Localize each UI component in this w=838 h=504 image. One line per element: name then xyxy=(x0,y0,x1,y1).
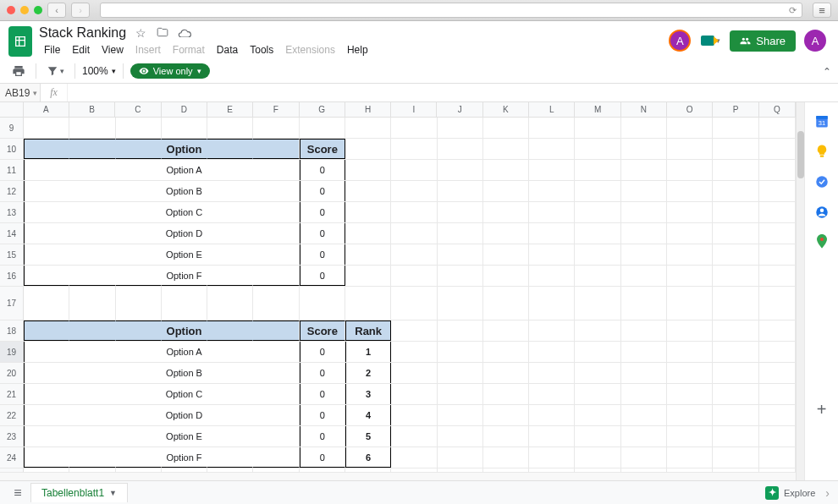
browser-menu-button[interactable]: ≡ xyxy=(813,3,831,18)
cell-E10[interactable] xyxy=(207,139,253,159)
cell-L13[interactable] xyxy=(529,202,575,222)
cell-N20[interactable] xyxy=(621,363,667,383)
cell-Q21[interactable] xyxy=(759,384,796,404)
cell-O11[interactable] xyxy=(667,160,713,180)
collapse-toolbar-icon[interactable]: ⌄ xyxy=(823,65,831,77)
row-header-13[interactable]: 13 xyxy=(0,202,24,222)
cell-G20[interactable]: 0 xyxy=(300,363,345,383)
cell-G19[interactable]: 0 xyxy=(300,342,345,362)
cell-K15[interactable] xyxy=(483,244,529,265)
cell-C10[interactable] xyxy=(116,139,162,159)
cell-B12[interactable] xyxy=(69,181,115,201)
cell-P23[interactable] xyxy=(713,426,758,446)
row-header-22[interactable]: 22 xyxy=(0,405,24,425)
row-header-11[interactable]: 11 xyxy=(0,160,24,180)
minimize-window-icon[interactable] xyxy=(20,6,29,14)
cell-J22[interactable] xyxy=(438,405,483,425)
cell-D23[interactable]: Option E xyxy=(162,426,207,446)
cell-F25[interactable] xyxy=(253,468,299,472)
cell-H23[interactable]: 5 xyxy=(345,426,391,446)
cell-F19[interactable] xyxy=(253,342,299,362)
cell-P15[interactable] xyxy=(713,244,758,265)
cell-K20[interactable] xyxy=(483,363,529,383)
cell-H19[interactable]: 1 xyxy=(345,342,391,362)
cell-J18[interactable] xyxy=(438,320,483,341)
row-header-18[interactable]: 18 xyxy=(0,320,24,341)
cell-F15[interactable] xyxy=(253,244,299,265)
cell-C24[interactable] xyxy=(116,447,162,468)
row-header-9[interactable]: 9 xyxy=(0,118,24,138)
cell-H20[interactable]: 2 xyxy=(345,363,391,383)
cell-D15[interactable]: Option E xyxy=(162,244,207,265)
cell-K9[interactable] xyxy=(483,118,529,138)
cell-Q12[interactable] xyxy=(759,181,796,201)
cell-C12[interactable] xyxy=(116,181,162,201)
cell-A13[interactable] xyxy=(24,202,69,222)
cell-F23[interactable] xyxy=(253,426,299,446)
col-header-O[interactable]: O xyxy=(667,102,713,117)
cell-A17[interactable] xyxy=(24,287,69,320)
cell-I23[interactable] xyxy=(391,426,437,446)
cell-O14[interactable] xyxy=(667,223,713,244)
cell-J9[interactable] xyxy=(438,118,483,138)
cell-H16[interactable] xyxy=(345,266,391,286)
cell-D20[interactable]: Option B xyxy=(162,363,207,383)
cell-C19[interactable] xyxy=(116,342,162,362)
cell-M13[interactable] xyxy=(575,202,620,222)
cell-M16[interactable] xyxy=(575,266,620,286)
maximize-window-icon[interactable] xyxy=(34,6,42,14)
cell-E11[interactable] xyxy=(207,160,253,180)
cell-A19[interactable] xyxy=(24,342,69,362)
cell-L25[interactable] xyxy=(529,468,575,472)
column-headers[interactable]: ABCDEFGHIJKLMNOPQ xyxy=(0,102,796,118)
cell-K11[interactable] xyxy=(483,160,529,180)
cell-F22[interactable] xyxy=(253,405,299,425)
meet-button[interactable]: ▾ xyxy=(699,30,721,52)
cell-I16[interactable] xyxy=(391,266,437,286)
cell-H13[interactable] xyxy=(345,202,391,222)
cell-N12[interactable] xyxy=(621,181,667,201)
cell-Q22[interactable] xyxy=(759,405,796,425)
cell-P17[interactable] xyxy=(713,287,758,320)
cell-D24[interactable]: Option F xyxy=(162,447,207,468)
cell-E19[interactable] xyxy=(207,342,253,362)
cell-P20[interactable] xyxy=(713,363,758,383)
cell-E12[interactable] xyxy=(207,181,253,201)
cell-M19[interactable] xyxy=(575,342,620,362)
cell-H25[interactable] xyxy=(345,468,391,472)
row-header-17[interactable]: 17 xyxy=(0,287,24,320)
cell-I21[interactable] xyxy=(391,384,437,404)
col-header-B[interactable]: B xyxy=(69,102,115,117)
cell-A25[interactable] xyxy=(24,468,69,472)
cell-N17[interactable] xyxy=(621,287,667,320)
cell-F18[interactable] xyxy=(253,320,299,341)
col-header-E[interactable]: E xyxy=(207,102,253,117)
cell-M10[interactable] xyxy=(575,139,620,159)
cell-G11[interactable]: 0 xyxy=(300,160,345,180)
menu-data[interactable]: Data xyxy=(212,42,243,58)
cell-J19[interactable] xyxy=(438,342,483,362)
col-header-F[interactable]: F xyxy=(253,102,299,117)
cell-E9[interactable] xyxy=(207,118,253,138)
cell-E20[interactable] xyxy=(207,363,253,383)
filter-icon[interactable]: ▾ xyxy=(43,63,68,79)
col-header-J[interactable]: J xyxy=(437,102,482,117)
cell-D25[interactable] xyxy=(162,468,207,472)
cell-A24[interactable] xyxy=(24,447,69,468)
col-header-K[interactable]: K xyxy=(483,102,529,117)
cell-N21[interactable] xyxy=(621,384,667,404)
cell-M25[interactable] xyxy=(575,468,620,472)
cell-Q14[interactable] xyxy=(759,223,796,244)
col-header-L[interactable]: L xyxy=(529,102,575,117)
sheet-tab-caret-icon[interactable]: ▼ xyxy=(109,489,117,497)
col-header-A[interactable]: A xyxy=(24,102,69,117)
cell-M22[interactable] xyxy=(575,405,620,425)
col-header-I[interactable]: I xyxy=(391,102,437,117)
cell-I20[interactable] xyxy=(391,363,437,383)
cell-A9[interactable] xyxy=(24,118,69,138)
cell-K19[interactable] xyxy=(483,342,529,362)
cell-B18[interactable] xyxy=(69,320,115,341)
cell-P19[interactable] xyxy=(713,342,758,362)
row-header-12[interactable]: 12 xyxy=(0,181,24,201)
cell-D19[interactable]: Option A xyxy=(162,342,207,362)
